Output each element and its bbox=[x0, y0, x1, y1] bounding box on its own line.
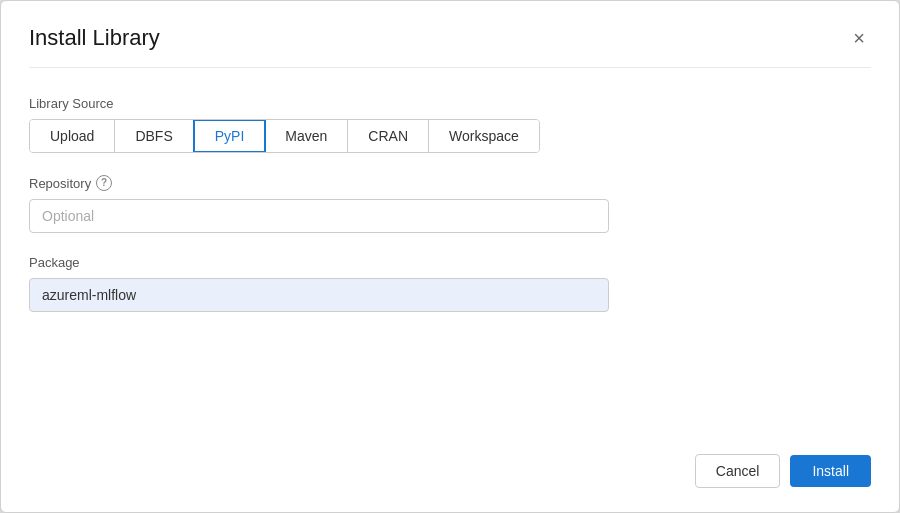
library-source-tabs: Upload DBFS PyPI Maven CRAN Workspace bbox=[29, 119, 540, 153]
tab-dbfs[interactable]: DBFS bbox=[115, 120, 193, 152]
close-button[interactable]: × bbox=[847, 26, 871, 50]
dialog-overlay: Install Library × Library Source Upload … bbox=[0, 0, 900, 513]
repository-input[interactable] bbox=[29, 199, 609, 233]
cancel-button[interactable]: Cancel bbox=[695, 454, 781, 488]
tab-pypi[interactable]: PyPI bbox=[193, 119, 267, 153]
dialog-header: Install Library × bbox=[29, 25, 871, 68]
tab-cran[interactable]: CRAN bbox=[348, 120, 429, 152]
tab-workspace[interactable]: Workspace bbox=[429, 120, 539, 152]
library-source-label: Library Source bbox=[29, 96, 871, 111]
library-source-group: Library Source Upload DBFS PyPI Maven CR… bbox=[29, 96, 871, 153]
package-input[interactable] bbox=[29, 278, 609, 312]
dialog-title: Install Library bbox=[29, 25, 160, 51]
install-library-dialog: Install Library × Library Source Upload … bbox=[0, 0, 900, 513]
package-label: Package bbox=[29, 255, 871, 270]
install-button[interactable]: Install bbox=[790, 455, 871, 487]
dialog-footer: Cancel Install bbox=[695, 454, 871, 488]
package-group: Package bbox=[29, 255, 871, 312]
repository-group: Repository ? bbox=[29, 175, 871, 233]
repository-help-icon[interactable]: ? bbox=[96, 175, 112, 191]
tab-upload[interactable]: Upload bbox=[30, 120, 115, 152]
repository-label: Repository ? bbox=[29, 175, 871, 191]
tab-maven[interactable]: Maven bbox=[265, 120, 348, 152]
